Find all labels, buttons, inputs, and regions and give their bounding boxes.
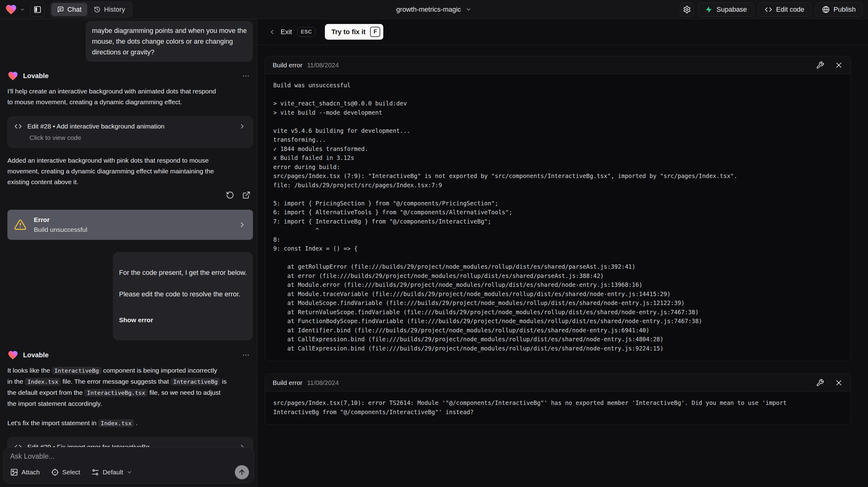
assistant-text: I'll help create an interactive backgrou…: [7, 86, 253, 107]
open-preview-button[interactable]: [242, 191, 250, 199]
rotate-ccw-icon: [226, 191, 234, 199]
assistant-name: Lovable: [23, 72, 49, 80]
settings-button[interactable]: [680, 2, 694, 17]
chevron-down-icon: [466, 6, 472, 12]
panel-actions: [816, 61, 843, 69]
close-icon: [835, 61, 843, 69]
chat-panel: maybe diagramming points and when you mo…: [0, 19, 257, 487]
mode-selector[interactable]: Default: [91, 468, 133, 476]
error-card-subtitle: Build unsuccessful: [34, 225, 87, 235]
panel-header: Build error 11/08/2024: [265, 56, 850, 74]
lovable-logo-menu[interactable]: [5, 3, 25, 16]
error-viewer: Exit ESC Try to fix it F Build error 11/…: [257, 19, 868, 487]
tab-history[interactable]: History: [88, 3, 131, 16]
topbar-actions: Supabase Edit code Publish: [680, 2, 868, 17]
lovable-heart-avatar: [7, 70, 19, 82]
attach-label: Attach: [22, 468, 40, 476]
fix-error-button[interactable]: [816, 379, 824, 387]
project-switcher[interactable]: growth-metrics-magic: [396, 5, 471, 13]
edit-28-title: Edit #28 • Add interactive background an…: [27, 123, 164, 130]
restore-version-button[interactable]: [226, 191, 234, 199]
inline-code: InteractiveBg.tsx: [85, 389, 148, 397]
panel-title: Build error: [273, 61, 303, 69]
chevron-left-icon: [269, 29, 275, 35]
panel-header: Build error 11/08/2024: [265, 374, 850, 392]
build-error-panel-2: Build error 11/08/2024 src/pages/In: [265, 373, 851, 425]
exit-label: Exit: [281, 28, 292, 36]
tab-chat[interactable]: Chat: [51, 3, 87, 16]
fix-error-button[interactable]: [816, 61, 824, 69]
more-options-button[interactable]: [242, 351, 250, 359]
panel-title: Build error: [273, 379, 303, 387]
wrench-icon: [816, 379, 824, 387]
publish-label: Publish: [834, 5, 856, 13]
history-icon: [94, 6, 100, 13]
lovable-heart-icon: [5, 3, 17, 16]
panel-left-icon: [33, 5, 41, 13]
message-actions: [7, 191, 250, 199]
show-error-link[interactable]: Show error: [119, 314, 247, 325]
assistant-name: Lovable: [23, 351, 49, 359]
f-key-badge: F: [370, 27, 380, 37]
inline-code: Index.tsx: [98, 419, 134, 427]
wrench-icon: [816, 61, 824, 69]
user-message: maybe diagramming points and when you mo…: [86, 21, 253, 62]
attach-button[interactable]: Attach: [10, 468, 40, 476]
chat-history-tabs: Chat History: [50, 2, 132, 18]
lovable-heart-avatar: [7, 349, 19, 361]
error-card-text: Error Build unsuccessful: [34, 215, 87, 235]
build-error-card[interactable]: Error Build unsuccessful: [7, 210, 253, 240]
chat-scroll-area[interactable]: maybe diagramming points and when you mo…: [0, 19, 257, 487]
inline-code: InteractiveBg: [170, 378, 220, 386]
supabase-button[interactable]: Supabase: [698, 2, 754, 17]
sliders-icon: [91, 468, 99, 476]
build-error-log: Build was unsuccessful > vite_react_shad…: [265, 74, 850, 361]
warning-triangle-icon: [14, 219, 26, 231]
arrow-up-icon: [238, 468, 246, 476]
image-attach-icon: [10, 468, 18, 476]
user-message-text: For the code present, I get the error be…: [119, 267, 247, 300]
ellipsis-icon: [242, 72, 250, 80]
panel-actions: [816, 378, 843, 387]
topbar: Chat History growth-metrics-magic: [0, 0, 868, 19]
close-icon: [835, 378, 843, 387]
edit-code-button[interactable]: Edit code: [758, 2, 811, 17]
try-to-fix-button[interactable]: Try to fix it F: [325, 24, 383, 40]
composer: Ask Lovable... Attach Select: [3, 447, 254, 483]
edit-28-card[interactable]: Edit #28 • Add interactive background an…: [7, 117, 253, 148]
fix-button-label: Try to fix it: [331, 28, 366, 36]
edit-code-label: Edit code: [776, 5, 804, 13]
select-element-button[interactable]: Select: [51, 468, 80, 476]
chat-bubble-icon: [57, 6, 64, 13]
chevron-right-icon: [238, 221, 246, 229]
sidebar-toggle-button[interactable]: [30, 2, 45, 17]
close-panel-button[interactable]: [835, 378, 843, 387]
more-options-button[interactable]: [242, 72, 250, 80]
close-panel-button[interactable]: [835, 61, 843, 69]
code-icon: [14, 123, 22, 130]
assistant-text-rich: Let's fix the import statement in Index.…: [7, 418, 253, 429]
panel-date: 11/08/2024: [307, 379, 339, 387]
assistant-text-rich: It looks like the InteractiveBg componen…: [7, 365, 253, 409]
globe-icon: [822, 6, 830, 13]
code-icon: [765, 6, 772, 13]
send-button[interactable]: [235, 465, 249, 479]
publish-button[interactable]: Publish: [815, 2, 863, 17]
edit-28-title-row: Edit #28 • Add interactive background an…: [14, 123, 246, 130]
inline-code: Index.tsx: [25, 378, 61, 386]
topbar-left: Chat History: [0, 2, 132, 18]
chat-input[interactable]: Ask Lovable...: [10, 452, 247, 461]
assistant-text: Added an interactive background with pin…: [7, 155, 253, 187]
ellipsis-icon: [242, 351, 250, 359]
select-label: Select: [62, 468, 80, 476]
tab-chat-label: Chat: [67, 5, 82, 13]
user-message: For the code present, I get the error be…: [113, 252, 253, 340]
inline-code: InteractiveBg: [52, 367, 101, 374]
exit-button[interactable]: Exit ESC: [269, 27, 316, 37]
composer-toolbar: Attach Select Default: [10, 465, 249, 479]
error-card-title: Error: [34, 215, 87, 225]
esc-key-badge: ESC: [297, 27, 316, 37]
assistant-header: Lovable: [7, 70, 253, 82]
build-error-log: src/pages/Index.tsx(7,10): error TS2614:…: [265, 392, 850, 425]
project-name: growth-metrics-magic: [396, 5, 461, 13]
